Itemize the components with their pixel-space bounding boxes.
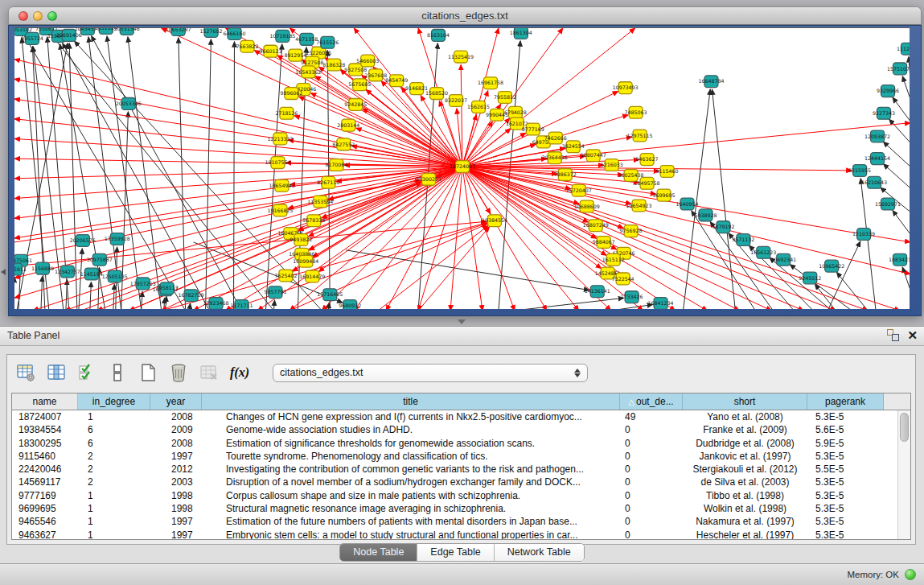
table-row[interactable]: 2242004622012Investigating the contribut… xyxy=(12,463,897,476)
graph-edge[interactable] xyxy=(142,291,142,309)
table-cell[interactable]: Investigating the contribution of common… xyxy=(202,463,620,476)
table-row[interactable]: 977716911998Corpus callosum shape and si… xyxy=(12,489,897,502)
table-cell[interactable]: Tibbo et al. (1998) xyxy=(683,489,807,502)
graph-node[interactable]: 10719185 xyxy=(269,30,295,42)
graph-edge[interactable] xyxy=(273,300,274,309)
graph-edge[interactable] xyxy=(14,79,462,167)
table-cell[interactable]: Stergiakouli et al. (2012) xyxy=(683,463,807,476)
graph-edge[interactable] xyxy=(827,241,860,309)
graph-node[interactable]: 18107554 xyxy=(265,157,290,169)
table-cell[interactable]: Estimation of the future numbers of pati… xyxy=(202,515,620,528)
collapse-west-panel-icon[interactable] xyxy=(1,269,6,275)
function-builder-icon[interactable]: f(x) xyxy=(229,362,250,383)
table-cell[interactable]: 5.3E-5 xyxy=(807,410,884,423)
graph-edge[interactable] xyxy=(206,39,211,309)
table-row[interactable]: 946554611997Estimation of the future num… xyxy=(12,515,897,528)
table-cell[interactable]: 1998 xyxy=(150,489,202,502)
table-row[interactable]: 911546021997Tourette syndrome. Phenomeno… xyxy=(12,450,897,463)
graph-edge[interactable] xyxy=(234,42,235,309)
scrollbar-thumb[interactable] xyxy=(900,413,909,442)
table-cell[interactable]: Nakamura et al. (1997) xyxy=(683,515,807,528)
graph-edge[interactable] xyxy=(462,167,771,309)
graph-node[interactable]: 9115460 xyxy=(656,166,679,178)
table-cell[interactable]: Embryonic stem cells: a model to study s… xyxy=(202,529,620,539)
table-cell[interactable]: 1 xyxy=(78,529,150,539)
table-cell[interactable]: 0 xyxy=(620,502,683,515)
table-cell[interactable]: 5.3E-5 xyxy=(807,502,884,515)
graph-node[interactable]: 7986372 xyxy=(554,169,577,181)
table-cell[interactable]: 18300295 xyxy=(12,437,78,450)
table-cell[interactable]: Dudbridge et al. (2008) xyxy=(683,437,807,450)
table-cell[interactable]: 0 xyxy=(620,515,683,528)
graph-node[interactable]: 2367608 xyxy=(364,69,387,81)
panel-mode-icon[interactable] xyxy=(107,362,128,383)
graph-node[interactable]: 5938928 xyxy=(694,209,717,221)
graph-node[interactable]: 15692971 xyxy=(875,198,901,210)
column-header-short[interactable]: short xyxy=(683,393,807,410)
graph-node[interactable]: 9227343 xyxy=(873,107,895,119)
graph-node[interactable]: 17359928 xyxy=(105,233,130,245)
table-cell[interactable]: 9465546 xyxy=(12,515,78,528)
new-table-icon[interactable] xyxy=(138,362,158,383)
column-header-year[interactable]: year xyxy=(150,393,202,410)
graph-node[interactable]: 12505135 xyxy=(102,270,128,282)
table-cell[interactable]: 5.3E-5 xyxy=(807,450,884,463)
table-cell[interactable]: 6 xyxy=(78,437,150,450)
column-select-icon[interactable] xyxy=(46,362,67,383)
table-cell[interactable]: 0 xyxy=(620,489,683,502)
table-cell[interactable]: 2 xyxy=(78,450,150,463)
tab-network-table[interactable]: Network Table xyxy=(495,544,584,561)
graph-edge[interactable] xyxy=(92,36,242,309)
table-cell[interactable]: Franke et al. (2009) xyxy=(683,423,807,436)
graph-node[interactable]: 12093872 xyxy=(864,130,890,142)
graph-edge[interactable] xyxy=(75,41,322,309)
table-cell[interactable]: 22420046 xyxy=(12,463,78,476)
graph-edge[interactable] xyxy=(462,167,515,309)
graph-node[interactable]: 12444154 xyxy=(864,153,890,165)
table-cell[interactable]: Estimation of significance thresholds fo… xyxy=(202,437,620,450)
graph-node[interactable]: 7485063 xyxy=(625,106,647,118)
table-cell[interactable]: 49 xyxy=(620,410,683,423)
table-cell[interactable]: 2008 xyxy=(150,437,202,450)
network-canvas[interactable]: 1872400789129541522605591275081654336222… xyxy=(14,27,910,309)
graph-node[interactable]: 3824554 xyxy=(562,141,585,153)
graph-node[interactable]: 10965422 xyxy=(819,260,844,272)
table-cell[interactable]: 5.3E-5 xyxy=(807,515,884,528)
graph-node[interactable]: 15716485 xyxy=(317,289,343,301)
table-cell[interactable]: Changes of HCN gene expression and I(f) … xyxy=(202,410,620,423)
table-cell[interactable]: de Silva et al. (2003) xyxy=(683,476,807,488)
graph-edge[interactable] xyxy=(166,296,166,309)
graph-edge[interactable] xyxy=(41,276,43,309)
memory-status-icon[interactable] xyxy=(905,569,916,580)
table-settings-icon[interactable] xyxy=(15,362,36,383)
graph-edge[interactable] xyxy=(889,119,910,142)
graph-edge[interactable] xyxy=(902,267,910,290)
table-cell[interactable]: 5.3E-5 xyxy=(807,529,884,539)
graph-node[interactable]: 9146821 xyxy=(405,83,428,95)
table-cell[interactable]: 1 xyxy=(78,515,150,528)
table-cell[interactable]: Structural magnetic resonance image aver… xyxy=(202,502,620,515)
graph-node[interactable]: 16782759 xyxy=(179,290,204,302)
graph-node[interactable]: 12213332 xyxy=(267,133,293,145)
graph-edge[interactable] xyxy=(860,179,876,309)
graph-node[interactable]: 9756928 xyxy=(620,225,643,237)
table-cell[interactable]: 5.3E-5 xyxy=(807,489,884,502)
graph-node[interactable]: 11325419 xyxy=(448,51,474,63)
graph-node[interactable]: 30975887 xyxy=(87,253,113,266)
table-cell[interactable]: Genome-wide association studies in ADHD. xyxy=(202,423,620,436)
tab-edge-table[interactable]: Edge Table xyxy=(417,544,494,561)
column-header-in-degree[interactable]: in_degree xyxy=(78,393,150,410)
table-cell[interactable]: 1998 xyxy=(150,502,202,515)
table-cell[interactable]: 1997 xyxy=(150,529,202,539)
column-header-pagerank[interactable]: pagerank xyxy=(807,393,884,410)
graph-edge[interactable] xyxy=(883,142,910,167)
table-cell[interactable]: 0 xyxy=(620,450,683,463)
graph-node[interactable]: 1640954 xyxy=(676,198,699,210)
graph-node[interactable]: 1527602 xyxy=(200,28,223,37)
table-cell[interactable]: 5.3E-5 xyxy=(807,476,884,488)
graph-edge[interactable] xyxy=(893,97,910,122)
table-row[interactable]: 1938455462009Genome-wide association stu… xyxy=(12,423,897,436)
graph-edge[interactable] xyxy=(883,164,910,188)
graph-node[interactable]: 16961758 xyxy=(478,77,503,89)
graph-node[interactable]: 8186328 xyxy=(322,59,345,71)
